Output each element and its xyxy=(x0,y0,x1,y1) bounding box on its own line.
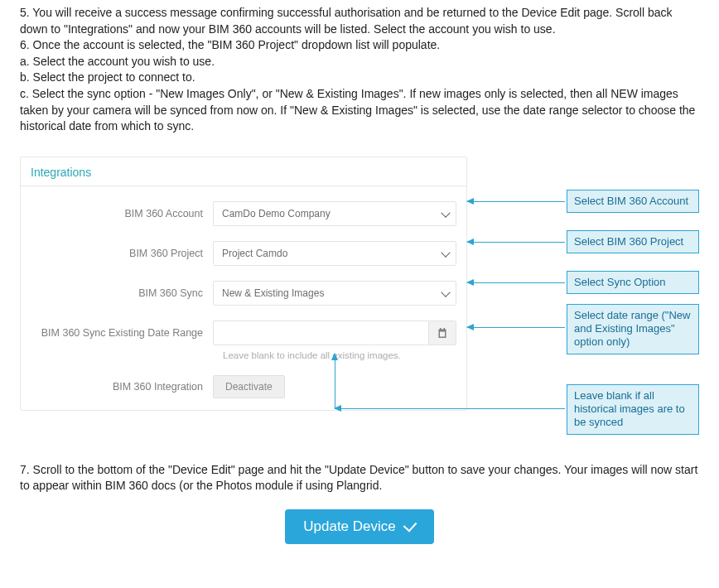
arrow-line xyxy=(467,282,565,283)
project-select[interactable]: Project Camdo xyxy=(213,241,456,266)
date-picker-button[interactable] xyxy=(428,321,456,345)
arrow-line xyxy=(467,327,565,328)
account-row: BIM 360 Account CamDo Demo Company xyxy=(31,201,456,226)
callout-account: Select BIM 360 Account xyxy=(567,190,699,213)
update-device-label: Update Device xyxy=(303,518,396,535)
callout-sync: Select Sync Option xyxy=(567,271,699,294)
step-7: 7. Scroll to the bottom of the "Device E… xyxy=(20,462,699,494)
callout-project: Select BIM 360 Project xyxy=(567,230,699,253)
sync-row: BIM 360 Sync New & Existing Images xyxy=(31,281,456,306)
arrow-line xyxy=(335,354,335,408)
check-icon xyxy=(403,518,417,532)
instruction-block: 5. You will receive a success message co… xyxy=(20,0,699,135)
integration-row: BIM 360 Integration Deactivate xyxy=(31,375,456,398)
step-5: 5. You will receive a success message co… xyxy=(20,5,699,37)
account-select[interactable]: CamDo Demo Company xyxy=(213,201,456,226)
project-row: BIM 360 Project Project Camdo xyxy=(31,241,456,266)
arrow-line xyxy=(467,242,565,243)
calendar-icon xyxy=(437,328,447,338)
step-6b: b. Select the project to connect to. xyxy=(20,70,699,86)
date-range-input[interactable] xyxy=(213,321,428,345)
step-6a: a. Select the account you wish to use. xyxy=(20,54,699,70)
callout-date: Select date range ("New and Existing Ima… xyxy=(567,304,699,354)
deactivate-button[interactable]: Deactivate xyxy=(213,375,285,398)
instruction-block-2: 7. Scroll to the bottom of the "Device E… xyxy=(20,457,699,494)
sync-select[interactable]: New & Existing Images xyxy=(213,281,456,306)
callout-blank: Leave blank if all historical images are… xyxy=(567,384,699,435)
arrow-line xyxy=(467,201,565,202)
project-label: BIM 360 Project xyxy=(31,248,213,259)
date-range-row: BIM 360 Sync Existing Date Range xyxy=(31,321,456,345)
arrow-line xyxy=(335,408,565,409)
integration-label: BIM 360 Integration xyxy=(31,381,213,393)
step-6c: c. Select the sync option - "New Images … xyxy=(20,86,699,135)
account-label: BIM 360 Account xyxy=(31,208,213,219)
date-range-label: BIM 360 Sync Existing Date Range xyxy=(31,327,213,339)
date-helper-text: Leave blank to include all existing imag… xyxy=(223,350,456,360)
integrations-panel: Integrations BIM 360 Account CamDo Demo … xyxy=(20,157,467,411)
sync-label: BIM 360 Sync xyxy=(31,287,213,299)
step-6: 6. Once the account is selected, the "BI… xyxy=(20,37,699,54)
panel-title: Integrations xyxy=(21,157,466,186)
update-device-button[interactable]: Update Device xyxy=(285,509,434,544)
